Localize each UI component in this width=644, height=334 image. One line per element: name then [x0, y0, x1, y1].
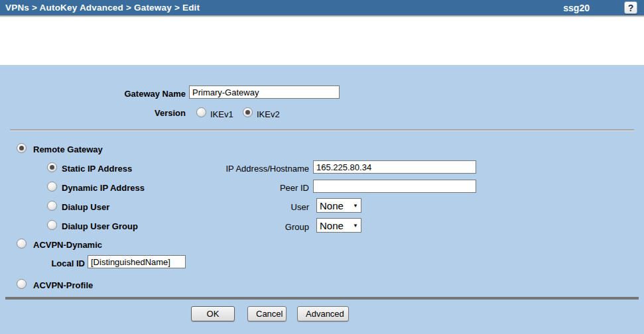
gateway-edit-page: VPNs > AutoKey Advanced > Gateway > Edit…: [0, 0, 644, 334]
device-name: ssg20: [563, 3, 590, 13]
version-ikev2-radio[interactable]: [243, 107, 253, 117]
static-ip-label: Static IP Address: [62, 164, 132, 174]
button-row: OK Cancel Advanced: [191, 306, 349, 321]
header-shadow: [0, 15, 644, 17]
dialup-user-group-label: Dialup User Group: [62, 221, 138, 231]
peer-id-label: Peer ID: [176, 183, 309, 193]
section-divider: [10, 129, 634, 131]
help-icon[interactable]: ?: [624, 1, 637, 14]
gateway-form: Gateway Name Version IKEv1 IKEv2 Remote …: [0, 65, 644, 334]
remote-gateway-label: Remote Gateway: [33, 144, 103, 154]
ip-hostname-input[interactable]: [313, 160, 476, 174]
gateway-name-label: Gateway Name: [53, 89, 186, 99]
static-ip-radio[interactable]: [47, 162, 57, 172]
user-dropdown[interactable]: None ▼: [316, 198, 361, 213]
ok-button[interactable]: OK: [191, 306, 235, 321]
version-ikev2-label: IKEv2: [257, 109, 280, 119]
dynamic-ip-label: Dynamic IP Address: [62, 183, 145, 193]
acvpn-dynamic-label: ACVPN-Dynamic: [33, 240, 102, 250]
version-ikev1-radio[interactable]: [196, 107, 206, 117]
local-id-label: Local ID: [19, 258, 85, 268]
cancel-button[interactable]: Cancel: [247, 306, 287, 321]
group-dropdown[interactable]: None ▼: [316, 218, 361, 233]
footer-divider: [5, 297, 639, 300]
acvpn-dynamic-radio[interactable]: [17, 239, 27, 249]
dialup-user-radio[interactable]: [47, 201, 57, 211]
gateway-name-input[interactable]: [189, 85, 340, 99]
ip-hostname-label: IP Address/Hostname: [176, 164, 309, 174]
title-bar-right: ssg20 ?: [563, 0, 644, 15]
group-label: Group: [176, 222, 309, 232]
user-dropdown-value: None: [317, 200, 353, 211]
group-dropdown-value: None: [317, 220, 353, 231]
dialup-user-group-radio[interactable]: [47, 220, 57, 230]
dynamic-ip-radio[interactable]: [47, 182, 57, 192]
acvpn-profile-radio[interactable]: [17, 279, 27, 289]
title-bar: VPNs > AutoKey Advanced > Gateway > Edit…: [0, 0, 644, 15]
remote-gateway-radio[interactable]: [17, 143, 27, 153]
chevron-down-icon: ▼: [353, 203, 361, 209]
advanced-button[interactable]: Advanced: [297, 306, 349, 321]
version-ikev1-label: IKEv1: [210, 109, 233, 119]
breadcrumb: VPNs > AutoKey Advanced > Gateway > Edit: [0, 3, 200, 13]
acvpn-profile-label: ACVPN-Profile: [33, 280, 93, 290]
local-id-input[interactable]: [88, 255, 186, 268]
version-label: Version: [53, 108, 186, 118]
peer-id-input[interactable]: [313, 180, 476, 193]
chevron-down-icon: ▼: [353, 223, 361, 229]
user-label: User: [176, 202, 309, 212]
dialup-user-label: Dialup User: [62, 202, 109, 212]
